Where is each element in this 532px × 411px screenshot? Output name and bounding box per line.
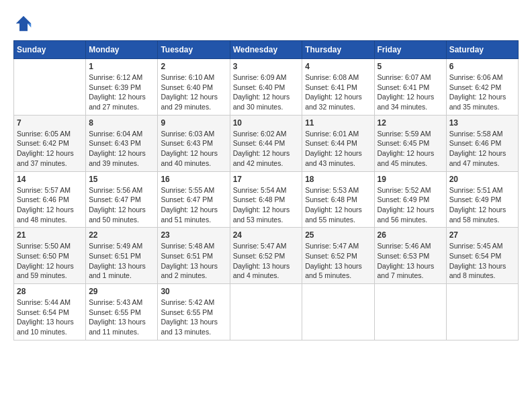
calendar-week-4: 21Sunrise: 5:50 AMSunset: 6:50 PMDayligh… — [14, 228, 519, 284]
day-number: 15 — [89, 175, 154, 184]
day-info: Sunrise: 5:42 AMSunset: 6:55 PMDaylight:… — [161, 298, 226, 337]
logo — [13, 13, 38, 34]
calendar-cell: 26Sunrise: 5:46 AMSunset: 6:53 PMDayligh… — [374, 228, 446, 284]
day-info: Sunrise: 5:46 AMSunset: 6:53 PMDaylight:… — [378, 241, 443, 281]
calendar-cell: 7Sunrise: 6:05 AMSunset: 6:42 PMDaylight… — [14, 115, 86, 171]
column-header-friday: Friday — [374, 41, 446, 59]
day-info: Sunrise: 5:56 AMSunset: 6:47 PMDaylight:… — [89, 185, 154, 225]
calendar-cell: 11Sunrise: 6:01 AMSunset: 6:44 PMDayligh… — [302, 115, 374, 171]
day-number: 7 — [17, 118, 83, 128]
calendar-cell: 12Sunrise: 5:59 AMSunset: 6:45 PMDayligh… — [374, 115, 446, 171]
calendar-cell — [446, 284, 518, 340]
day-info: Sunrise: 6:04 AMSunset: 6:43 PMDaylight:… — [89, 129, 154, 169]
day-info: Sunrise: 6:02 AMSunset: 6:44 PMDaylight:… — [233, 129, 300, 169]
day-info: Sunrise: 5:52 AMSunset: 6:49 PMDaylight:… — [378, 185, 443, 225]
day-number: 12 — [378, 118, 443, 128]
calendar-cell: 30Sunrise: 5:42 AMSunset: 6:55 PMDayligh… — [158, 284, 230, 340]
calendar-cell: 19Sunrise: 5:52 AMSunset: 6:49 PMDayligh… — [374, 171, 446, 228]
day-number: 14 — [17, 175, 83, 184]
day-number: 4 — [305, 62, 371, 71]
day-number: 28 — [17, 287, 83, 296]
day-info: Sunrise: 5:58 AMSunset: 6:46 PMDaylight:… — [449, 129, 515, 169]
column-header-sunday: Sunday — [14, 41, 86, 59]
day-number: 22 — [89, 230, 154, 240]
day-number: 19 — [378, 175, 443, 184]
day-number: 26 — [378, 230, 443, 240]
calendar-header-row: SundayMondayTuesdayWednesdayThursdayFrid… — [14, 41, 519, 59]
day-info: Sunrise: 5:44 AMSunset: 6:54 PMDaylight:… — [17, 298, 83, 337]
day-number: 1 — [89, 62, 154, 71]
calendar-cell: 14Sunrise: 5:57 AMSunset: 6:46 PMDayligh… — [14, 171, 86, 228]
day-number: 23 — [161, 230, 226, 240]
day-number: 2 — [161, 62, 226, 71]
day-info: Sunrise: 5:47 AMSunset: 6:52 PMDaylight:… — [305, 241, 371, 281]
day-number: 21 — [17, 230, 83, 240]
calendar-cell: 18Sunrise: 5:53 AMSunset: 6:48 PMDayligh… — [302, 171, 374, 228]
calendar-cell: 20Sunrise: 5:51 AMSunset: 6:49 PMDayligh… — [446, 171, 518, 228]
calendar-cell: 1Sunrise: 6:12 AMSunset: 6:39 PMDaylight… — [86, 59, 158, 116]
calendar-cell: 2Sunrise: 6:10 AMSunset: 6:40 PMDaylight… — [158, 59, 230, 116]
calendar-cell: 8Sunrise: 6:04 AMSunset: 6:43 PMDaylight… — [86, 115, 158, 171]
day-number: 16 — [161, 175, 226, 184]
day-info: Sunrise: 5:49 AMSunset: 6:51 PMDaylight:… — [89, 241, 154, 281]
day-info: Sunrise: 5:50 AMSunset: 6:50 PMDaylight:… — [17, 241, 83, 281]
day-number: 17 — [233, 175, 300, 184]
calendar-cell — [302, 284, 374, 340]
calendar-cell: 28Sunrise: 5:44 AMSunset: 6:54 PMDayligh… — [14, 284, 86, 340]
calendar-cell: 21Sunrise: 5:50 AMSunset: 6:50 PMDayligh… — [14, 228, 86, 284]
calendar-week-2: 7Sunrise: 6:05 AMSunset: 6:42 PMDaylight… — [14, 115, 519, 171]
day-info: Sunrise: 6:05 AMSunset: 6:42 PMDaylight:… — [17, 129, 83, 169]
day-number: 8 — [89, 118, 154, 128]
day-info: Sunrise: 6:10 AMSunset: 6:40 PMDaylight:… — [161, 73, 226, 112]
day-info: Sunrise: 6:03 AMSunset: 6:43 PMDaylight:… — [161, 129, 226, 169]
day-info: Sunrise: 6:08 AMSunset: 6:41 PMDaylight:… — [305, 73, 371, 112]
day-info: Sunrise: 5:45 AMSunset: 6:54 PMDaylight:… — [449, 241, 515, 281]
day-info: Sunrise: 5:47 AMSunset: 6:52 PMDaylight:… — [233, 241, 300, 281]
day-number: 9 — [161, 118, 226, 128]
calendar-cell — [374, 284, 446, 340]
day-info: Sunrise: 5:54 AMSunset: 6:48 PMDaylight:… — [233, 185, 300, 225]
day-info: Sunrise: 5:53 AMSunset: 6:48 PMDaylight:… — [305, 185, 371, 225]
day-info: Sunrise: 5:59 AMSunset: 6:45 PMDaylight:… — [378, 129, 443, 169]
day-number: 11 — [305, 118, 371, 128]
day-number: 29 — [89, 287, 154, 296]
calendar-cell: 5Sunrise: 6:07 AMSunset: 6:41 PMDaylight… — [374, 59, 446, 116]
calendar-cell — [14, 59, 86, 116]
calendar-cell: 15Sunrise: 5:56 AMSunset: 6:47 PMDayligh… — [86, 171, 158, 228]
column-header-thursday: Thursday — [302, 41, 374, 59]
calendar-cell — [230, 284, 302, 340]
calendar-cell: 27Sunrise: 5:45 AMSunset: 6:54 PMDayligh… — [446, 228, 518, 284]
day-info: Sunrise: 6:09 AMSunset: 6:40 PMDaylight:… — [233, 73, 300, 112]
day-info: Sunrise: 6:12 AMSunset: 6:39 PMDaylight:… — [89, 73, 154, 112]
svg-marker-1 — [28, 24, 31, 28]
day-number: 18 — [305, 175, 371, 184]
day-number: 3 — [233, 62, 300, 71]
column-header-monday: Monday — [86, 41, 158, 59]
day-number: 30 — [161, 287, 226, 296]
day-info: Sunrise: 6:01 AMSunset: 6:44 PMDaylight:… — [305, 129, 371, 169]
day-number: 10 — [233, 118, 300, 128]
day-info: Sunrise: 5:48 AMSunset: 6:51 PMDaylight:… — [161, 241, 226, 281]
calendar-cell: 3Sunrise: 6:09 AMSunset: 6:40 PMDaylight… — [230, 59, 302, 116]
column-header-tuesday: Tuesday — [158, 41, 230, 59]
calendar-week-3: 14Sunrise: 5:57 AMSunset: 6:46 PMDayligh… — [14, 171, 519, 228]
column-header-wednesday: Wednesday — [230, 41, 302, 59]
day-info: Sunrise: 5:55 AMSunset: 6:47 PMDaylight:… — [161, 185, 226, 225]
day-number: 13 — [449, 118, 515, 128]
day-number: 6 — [449, 62, 515, 71]
page-header — [13, 13, 519, 34]
calendar-cell: 9Sunrise: 6:03 AMSunset: 6:43 PMDaylight… — [158, 115, 230, 171]
calendar-table: SundayMondayTuesdayWednesdayThursdayFrid… — [13, 40, 519, 340]
calendar-week-1: 1Sunrise: 6:12 AMSunset: 6:39 PMDaylight… — [14, 59, 519, 116]
day-info: Sunrise: 5:57 AMSunset: 6:46 PMDaylight:… — [17, 185, 83, 225]
calendar-cell: 25Sunrise: 5:47 AMSunset: 6:52 PMDayligh… — [302, 228, 374, 284]
calendar-cell: 16Sunrise: 5:55 AMSunset: 6:47 PMDayligh… — [158, 171, 230, 228]
day-info: Sunrise: 6:06 AMSunset: 6:42 PMDaylight:… — [449, 73, 515, 112]
calendar-cell: 6Sunrise: 6:06 AMSunset: 6:42 PMDaylight… — [446, 59, 518, 116]
calendar-cell: 22Sunrise: 5:49 AMSunset: 6:51 PMDayligh… — [86, 228, 158, 284]
day-number: 20 — [449, 175, 515, 184]
day-number: 27 — [449, 230, 515, 240]
logo-icon — [13, 13, 34, 34]
calendar-week-5: 28Sunrise: 5:44 AMSunset: 6:54 PMDayligh… — [14, 284, 519, 340]
day-number: 5 — [378, 62, 443, 71]
